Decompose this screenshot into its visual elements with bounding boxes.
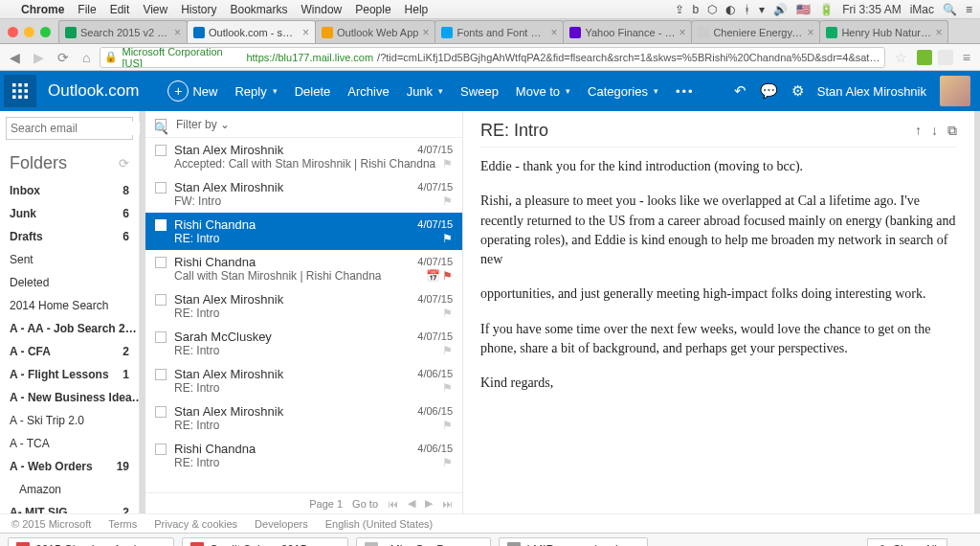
close-tab-icon[interactable]: ×	[422, 26, 429, 39]
folder-item[interactable]: A - Ski Trip 2.0	[0, 409, 139, 432]
mac-menu-item[interactable]: Help	[405, 3, 429, 16]
message-checkbox[interactable]	[155, 257, 167, 268]
battery-icon[interactable]: 🔋	[819, 3, 834, 16]
message-row[interactable]: Rishi Chandna RE: Intro 4/07/15 ⚑	[145, 213, 462, 250]
close-tab-icon[interactable]: ×	[302, 26, 309, 39]
clock[interactable]: Fri 3:35 AM	[842, 3, 901, 16]
junk-button[interactable]: Junk	[407, 84, 443, 99]
user-name[interactable]: Stan Alex Miroshnik	[817, 84, 926, 99]
extension-icon[interactable]	[917, 50, 932, 65]
close-tab-icon[interactable]: ×	[807, 26, 813, 39]
flag-icon[interactable]: ⚑	[442, 232, 453, 245]
mac-menu-item[interactable]: View	[143, 3, 167, 16]
message-checkbox[interactable]	[155, 145, 167, 156]
mac-menu-item[interactable]: People	[355, 3, 390, 16]
refresh-icon[interactable]: ⟳	[119, 156, 129, 171]
folder-item[interactable]: Deleted	[0, 271, 139, 294]
chevron-down-icon[interactable]: ⌄	[630, 543, 639, 547]
notification-icon[interactable]: ≡	[966, 3, 972, 16]
message-checkbox[interactable]	[155, 219, 167, 231]
message-row[interactable]: Stan Alex Miroshnik FW: Intro 4/07/15 ⚑	[145, 175, 462, 213]
active-app-name[interactable]: Chrome	[21, 3, 64, 16]
browser-tab[interactable]: Outlook Web App ×	[315, 20, 435, 43]
home-button[interactable]: ⌂	[78, 50, 94, 65]
wifi-icon[interactable]: ▾	[759, 3, 765, 16]
mac-menu-item[interactable]: Bookmarks	[231, 3, 288, 16]
download-item[interactable]: LMIRescue.pkg.zip ⌄	[499, 537, 648, 547]
close-downloads-bar[interactable]: ✕	[955, 543, 972, 547]
first-page-button[interactable]: ⏮	[388, 498, 398, 510]
folder-item[interactable]: Sent	[0, 248, 139, 271]
folder-item[interactable]: A - Web Orders19	[0, 455, 139, 478]
message-checkbox[interactable]	[155, 369, 167, 380]
folder-item[interactable]: 2014 Home Search	[0, 294, 139, 317]
menubar-icon[interactable]: ⇪	[675, 3, 684, 16]
message-checkbox[interactable]	[155, 331, 167, 343]
message-row[interactable]: Stan Alex Miroshnik RE: Intro 4/07/15 ⚑	[145, 287, 462, 325]
categories-button[interactable]: Categories	[588, 84, 658, 99]
download-item[interactable]: 2015 Cheniere Analyst….pdf ⌄	[8, 537, 174, 547]
delete-button[interactable]: Delete	[295, 84, 331, 99]
chevron-down-icon[interactable]: ⌄	[330, 543, 340, 547]
menubar-icon[interactable]: b	[693, 3, 700, 16]
settings-icon[interactable]: ⚙	[791, 82, 804, 100]
folder-item[interactable]: A- MIT SIG2	[0, 501, 139, 513]
flag-icon[interactable]: ⚑	[442, 157, 453, 171]
folder-item[interactable]: A - CFA2	[0, 340, 139, 363]
more-actions-icon[interactable]: •••	[676, 84, 695, 99]
mac-menu-item[interactable]: File	[78, 3, 96, 16]
message-checkbox[interactable]	[155, 294, 167, 306]
chat-icon[interactable]: 💬	[760, 82, 778, 100]
new-button[interactable]: +New	[167, 80, 217, 102]
chevron-down-icon[interactable]: ⌄	[473, 543, 482, 547]
spotlight-icon[interactable]: 🔍	[943, 3, 957, 16]
folder-item[interactable]: A - AA - Job Search 2…	[0, 317, 139, 340]
bluetooth-icon[interactable]: ᚼ	[744, 3, 750, 16]
prev-page-button[interactable]: ◀	[408, 497, 415, 510]
undo-icon[interactable]: ↶	[734, 82, 746, 100]
goto-label[interactable]: Go to	[352, 498, 378, 510]
sync-icon[interactable]: ◐	[725, 3, 735, 16]
last-page-button[interactable]: ⏭	[442, 498, 453, 510]
brand-label[interactable]: Outlook.com	[48, 81, 139, 101]
terms-link[interactable]: Terms	[108, 518, 137, 530]
extension-icon[interactable]	[938, 50, 953, 65]
close-tab-icon[interactable]: ×	[174, 26, 181, 39]
minimize-window-icon[interactable]	[24, 27, 34, 37]
flag-icon[interactable]: 🇺🇸	[796, 3, 811, 16]
language-selector[interactable]: English (United States)	[325, 518, 434, 530]
message-row[interactable]: Rishi Chandna RE: Intro 4/06/15 ⚑	[145, 437, 462, 474]
browser-tab[interactable]: Search 2015 v2 - Goo… ×	[58, 20, 188, 43]
mac-menu-item[interactable]: History	[181, 3, 216, 16]
popout-icon[interactable]: ⧉	[947, 123, 957, 139]
folder-item[interactable]: A - Flight Lessons1	[0, 363, 139, 386]
message-row[interactable]: Stan Alex Miroshnik Accepted: Call with …	[145, 138, 462, 175]
folder-item[interactable]: A - TCA	[0, 432, 139, 455]
archive-button[interactable]: Archive	[347, 84, 389, 99]
flag-icon[interactable]: ⚑	[442, 381, 453, 395]
back-button[interactable]: ◀	[6, 50, 24, 65]
close-tab-icon[interactable]: ×	[550, 26, 557, 39]
show-all-downloads-button[interactable]: ⬇ Show All	[867, 538, 947, 547]
close-tab-icon[interactable]: ×	[935, 26, 942, 39]
volume-icon[interactable]: 🔊	[773, 3, 788, 16]
folder-item[interactable]: A - New Business Idea…	[0, 386, 139, 409]
message-row[interactable]: Sarah McCluskey RE: Intro 4/07/15 ⚑	[145, 325, 462, 362]
mac-menu-item[interactable]: Window	[301, 3, 343, 16]
message-checkbox[interactable]	[155, 406, 167, 418]
zoom-window-icon[interactable]	[40, 27, 51, 37]
search-field[interactable]	[11, 122, 154, 135]
reload-button[interactable]: ⟳	[54, 50, 73, 65]
chrome-menu-icon[interactable]: ≡	[959, 50, 974, 65]
next-page-button[interactable]: ▶	[425, 497, 433, 510]
reply-button[interactable]: Reply	[234, 84, 277, 99]
bookmark-icon[interactable]: ☆	[891, 50, 911, 65]
address-bar[interactable]: 🔒 Microsoft Corporation [US] https://blu…	[100, 47, 884, 68]
sweep-button[interactable]: Sweep	[460, 84, 499, 99]
move-to-button[interactable]: Move to	[516, 84, 570, 99]
prev-message-icon[interactable]: ↑	[915, 123, 922, 139]
close-tab-icon[interactable]: ×	[679, 26, 685, 39]
message-checkbox[interactable]	[155, 444, 167, 455]
search-input[interactable]: 🔍	[6, 117, 133, 140]
folder-item[interactable]: Junk6	[0, 202, 139, 225]
